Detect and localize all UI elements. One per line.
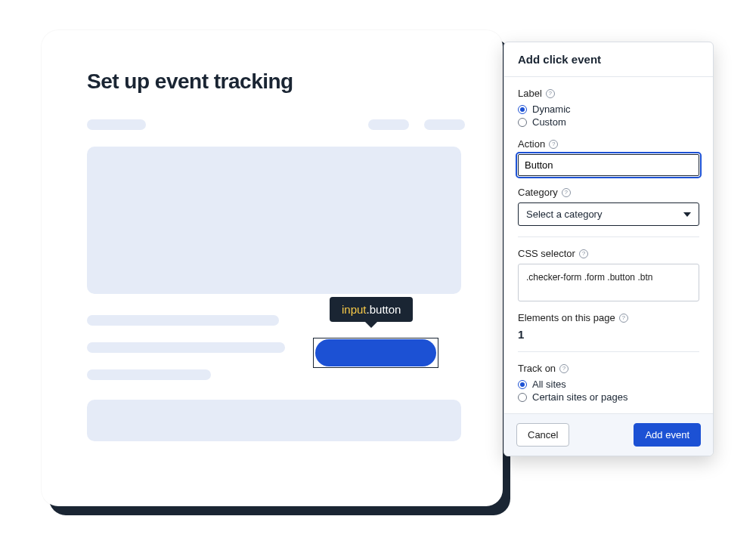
help-icon[interactable]: ? bbox=[579, 249, 588, 258]
selector-field-label: CSS selector ? bbox=[518, 248, 699, 259]
tooltip-class: .button bbox=[367, 303, 401, 316]
radio-label: Custom bbox=[532, 116, 566, 128]
help-icon[interactable]: ? bbox=[546, 89, 555, 98]
placeholder-row bbox=[87, 119, 465, 130]
radio-dynamic[interactable]: Dynamic bbox=[518, 104, 699, 115]
track-field-label: Track on ? bbox=[518, 363, 699, 374]
selected-element-outline[interactable] bbox=[313, 338, 438, 368]
label-text: Label bbox=[518, 88, 542, 99]
panel-header: Add click event bbox=[504, 42, 713, 77]
radio-label: All sites bbox=[532, 379, 566, 390]
elements-count-label: Elements on this page ? bbox=[518, 312, 699, 323]
label-text: Category bbox=[518, 187, 558, 198]
placeholder-bar bbox=[424, 119, 465, 130]
help-icon[interactable]: ? bbox=[549, 140, 558, 149]
label-text: Elements on this page bbox=[518, 312, 615, 323]
add-event-panel: Add click event Label ? Dynamic Custom A… bbox=[503, 42, 714, 456]
action-input[interactable] bbox=[518, 154, 699, 176]
action-field-group: Action ? bbox=[518, 138, 699, 176]
radio-icon bbox=[518, 118, 527, 127]
add-event-button[interactable]: Add event bbox=[634, 423, 701, 447]
help-icon[interactable]: ? bbox=[619, 314, 628, 323]
radio-certain-sites[interactable]: Certain sites or pages bbox=[518, 391, 699, 403]
track-field-group: Track on ? All sites Certain sites or pa… bbox=[518, 363, 699, 403]
tooltip-tag: input bbox=[342, 303, 367, 316]
label-text: CSS selector bbox=[518, 248, 575, 259]
label-text: Action bbox=[518, 138, 545, 150]
content-canvas: Set up event tracking bbox=[42, 30, 503, 506]
cancel-button[interactable]: Cancel bbox=[516, 423, 569, 447]
placeholder-bar bbox=[368, 119, 409, 130]
category-field-label: Category ? bbox=[518, 187, 699, 198]
radio-icon bbox=[518, 105, 527, 114]
category-select[interactable]: Select a category bbox=[518, 202, 699, 226]
page-title: Set up event tracking bbox=[87, 70, 465, 94]
selector-tooltip: input.button bbox=[330, 297, 413, 322]
divider bbox=[518, 236, 699, 237]
placeholder-line bbox=[87, 342, 285, 353]
panel-footer: Cancel Add event bbox=[504, 413, 713, 456]
radio-icon bbox=[518, 393, 527, 402]
select-placeholder: Select a category bbox=[526, 209, 602, 220]
placeholder-card bbox=[87, 400, 461, 441]
elements-count-group: Elements on this page ? 1 bbox=[518, 312, 699, 341]
panel-body: Label ? Dynamic Custom Action ? Category bbox=[504, 77, 713, 413]
help-icon[interactable]: ? bbox=[562, 188, 571, 197]
radio-label: Dynamic bbox=[532, 104, 571, 115]
radio-all-sites[interactable]: All sites bbox=[518, 379, 699, 390]
radio-label: Certain sites or pages bbox=[532, 391, 627, 403]
divider bbox=[518, 351, 699, 352]
elements-count-value: 1 bbox=[518, 328, 699, 341]
chevron-down-icon bbox=[683, 212, 691, 217]
css-selector-textarea[interactable]: .checker-form .form .button .btn bbox=[518, 264, 699, 301]
label-field-group: Label ? Dynamic Custom bbox=[518, 88, 699, 128]
selector-field-group: CSS selector ? .checker-form .form .butt… bbox=[518, 248, 699, 301]
selected-button-element[interactable] bbox=[315, 339, 436, 366]
action-field-label: Action ? bbox=[518, 138, 699, 150]
radio-icon bbox=[518, 380, 527, 389]
placeholder-line bbox=[87, 369, 211, 380]
help-icon[interactable]: ? bbox=[559, 364, 569, 373]
label-text: Track on bbox=[518, 363, 556, 374]
radio-custom[interactable]: Custom bbox=[518, 116, 699, 128]
placeholder-card bbox=[87, 147, 461, 294]
label-field-label: Label ? bbox=[518, 88, 699, 99]
placeholder-bar bbox=[87, 119, 146, 130]
placeholder-line bbox=[87, 315, 279, 326]
category-field-group: Category ? Select a category bbox=[518, 187, 699, 226]
